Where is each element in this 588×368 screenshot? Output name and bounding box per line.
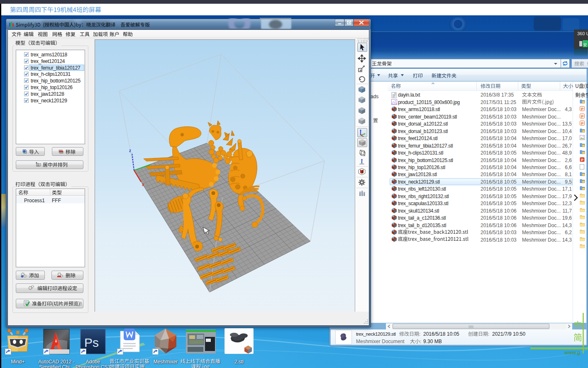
svg-text:z: z (129, 148, 131, 153)
svg-text:x: x (142, 182, 144, 187)
svg-text:P: P (581, 107, 584, 111)
svg-text:Ps: Ps (84, 336, 99, 349)
svg-text:P: P (581, 114, 584, 119)
svg-text:P: P (581, 121, 584, 126)
svg-text:P: P (581, 158, 583, 162)
